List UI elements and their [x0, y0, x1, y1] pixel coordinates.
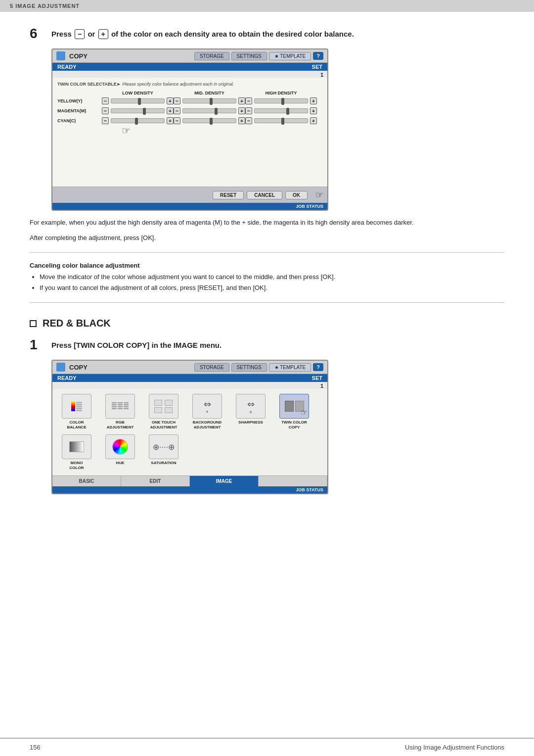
magenta-mid-minus[interactable]: −	[174, 107, 180, 114]
magenta-high-minus[interactable]: −	[245, 107, 252, 114]
icon-box-rgb	[105, 394, 135, 419]
copy-screen-2: COPY STORAGE SETTINGS ★ TEMPLATE ? READY…	[51, 360, 328, 494]
bottom-tab-basic[interactable]: BASIC	[52, 476, 121, 486]
yellow-low-minus[interactable]: −	[102, 97, 109, 104]
magenta-high-slider: − +	[245, 107, 317, 114]
icon-label-rgb: RGBADJUSTMENT	[107, 420, 134, 429]
bottom-tab-image[interactable]: IMAGE	[190, 476, 259, 486]
copy-icon	[56, 51, 65, 60]
step-6-text: Press − or + of the color on each densit…	[51, 27, 354, 39]
icon-one-touch[interactable]: ONE TOUCHADJUSTMENT	[144, 394, 183, 429]
icon-label-mono-color: MONOCOLOR	[70, 461, 84, 470]
step-1-row: 1 Press [TWIN COLOR COPY] in the IMAGE m…	[30, 338, 504, 352]
twin-color-note: ► Please specify color balance adjustmen…	[117, 82, 234, 87]
tab-storage[interactable]: STORAGE	[194, 52, 229, 60]
yellow-high-plus[interactable]: +	[310, 97, 317, 104]
icon-hue[interactable]: HUE	[101, 434, 139, 470]
yellow-high-track[interactable]	[254, 98, 308, 103]
cyan-low-minus[interactable]: −	[102, 117, 109, 124]
icon-rgb-adjustment[interactable]: RGBADJUSTMENT	[101, 394, 139, 429]
magenta-low-minus[interactable]: −	[102, 107, 109, 114]
icon-box-one-touch	[149, 394, 178, 419]
finger-cursor-2: ☞	[315, 189, 323, 200]
yellow-high-minus[interactable]: −	[245, 97, 252, 104]
screen2-bottom-tabs: BASIC EDIT IMAGE	[52, 475, 327, 486]
yellow-low-plus[interactable]: +	[167, 97, 174, 104]
icon-saturation[interactable]: ⊕····⊕ SATURATION	[144, 434, 183, 470]
help-button[interactable]: ?	[313, 52, 323, 60]
section-title-box: RED & BLACK	[30, 318, 504, 329]
icon-background[interactable]: ⇔ ▼ BACKGROUNDADJUSTMENT	[188, 394, 226, 429]
yellow-row: YELLOW(Y) − + − + −	[57, 97, 322, 104]
step-6-number: 6	[30, 27, 47, 41]
twin-color-label: TWIN COLOR SELECTABLE	[57, 82, 117, 87]
minus-key: −	[75, 29, 85, 39]
cyan-row: CYAN(C) − + − + −	[57, 117, 322, 124]
cyan-high-track[interactable]	[254, 118, 308, 123]
step-6-row: 6 Press − or + of the color on each dens…	[30, 27, 504, 41]
bottom-tab-edit[interactable]: EDIT	[121, 476, 190, 486]
plus-btn-inline: +	[242, 219, 246, 226]
tab2-storage[interactable]: STORAGE	[194, 363, 229, 372]
magenta-row: MAGENTA(M) − + − + −	[57, 107, 322, 114]
step-1-text: Press [TWIN COLOR COPY] in the IMAGE men…	[51, 338, 222, 350]
screen1-status-bar: READY SET	[52, 63, 327, 71]
step6-text-after: of the color on each density area to obt…	[111, 30, 354, 38]
cyan-mid-track[interactable]	[182, 118, 236, 123]
cyan-high-minus[interactable]: −	[245, 117, 252, 124]
bullet-item-1: Move the indicator of the color whose ad…	[40, 272, 504, 283]
cyan-mid-minus[interactable]: −	[174, 117, 180, 124]
copy-icon-2	[56, 363, 65, 372]
screen1-body: TWIN COLOR SELECTABLE ► Please specify c…	[52, 78, 327, 187]
density-mid: MID. DENSITY	[174, 91, 245, 95]
cyan-high-slider: − +	[245, 117, 317, 124]
icon-twin-color[interactable]: ☞ TWIN COLORCOPY	[275, 394, 313, 429]
icon-box-color-balance	[62, 394, 91, 419]
footer-page-number: 156	[30, 744, 41, 751]
yellow-low-track[interactable]	[111, 98, 165, 103]
icon-box-twin-color: ☞	[279, 394, 309, 419]
density-headers: LOW DENSITY MID. DENSITY HIGH DENSITY	[102, 91, 322, 95]
yellow-mid-slider: − +	[174, 97, 245, 104]
yellow-mid-minus[interactable]: −	[174, 97, 180, 104]
cancel-button[interactable]: CANCEL	[247, 191, 282, 199]
cyan-low-track[interactable]	[111, 118, 165, 123]
ok-button[interactable]: OK	[285, 191, 308, 199]
magenta-mid-track[interactable]	[182, 108, 236, 113]
cyan-label: CYAN(C)	[57, 118, 102, 123]
icon-label-sharpness: SHARPNESS	[238, 420, 263, 425]
icon-box-sharpness: ⇔ ◈	[236, 394, 266, 419]
cyan-high-plus[interactable]: +	[310, 117, 317, 124]
divider-2	[30, 302, 504, 303]
cyan-mid-plus[interactable]: +	[238, 117, 245, 124]
tab-settings[interactable]: SETTINGS	[231, 52, 267, 60]
icon-sharpness[interactable]: ⇔ ◈ SHARPNESS	[231, 394, 270, 429]
screen2-set-label: SET	[312, 375, 322, 381]
tab2-template[interactable]: ★ TEMPLATE	[269, 363, 312, 372]
yellow-mid-track[interactable]	[182, 98, 236, 103]
density-high: HIGH DENSITY	[245, 91, 317, 95]
yellow-mid-plus[interactable]: +	[238, 97, 245, 104]
cyan-low-plus[interactable]: +	[167, 117, 174, 124]
icon-color-balance[interactable]: COLORBALANCE	[57, 394, 96, 429]
magenta-mid-plus[interactable]: +	[238, 107, 245, 114]
icon-box-mono-color	[62, 434, 91, 459]
screen1-nav-tabs: STORAGE SETTINGS ★ TEMPLATE ?	[194, 52, 323, 60]
screen2-header: COPY STORAGE SETTINGS ★ TEMPLATE ?	[52, 361, 327, 374]
magenta-high-track[interactable]	[254, 108, 308, 113]
icon-mono-color[interactable]: MONOCOLOR	[57, 434, 96, 470]
magenta-high-plus[interactable]: +	[310, 107, 317, 114]
section-title: RED & BLACK	[43, 318, 111, 329]
magenta-mid-slider: − +	[174, 107, 245, 114]
magenta-low-track[interactable]	[111, 108, 165, 113]
page-header: 5 IMAGE ADJUSTMENT	[0, 0, 534, 12]
help-button-2[interactable]: ?	[313, 363, 323, 371]
tab-template[interactable]: ★ TEMPLATE	[269, 52, 312, 60]
magenta-low-plus[interactable]: +	[167, 107, 174, 114]
yellow-high-slider: − +	[245, 97, 317, 104]
magenta-low-slider: − +	[102, 107, 174, 114]
tab2-settings[interactable]: SETTINGS	[231, 363, 267, 372]
page-footer: 156 Using Image Adjustment Functions	[0, 738, 534, 756]
bottom-tab-empty	[259, 476, 327, 486]
reset-button[interactable]: RESET	[213, 191, 244, 199]
